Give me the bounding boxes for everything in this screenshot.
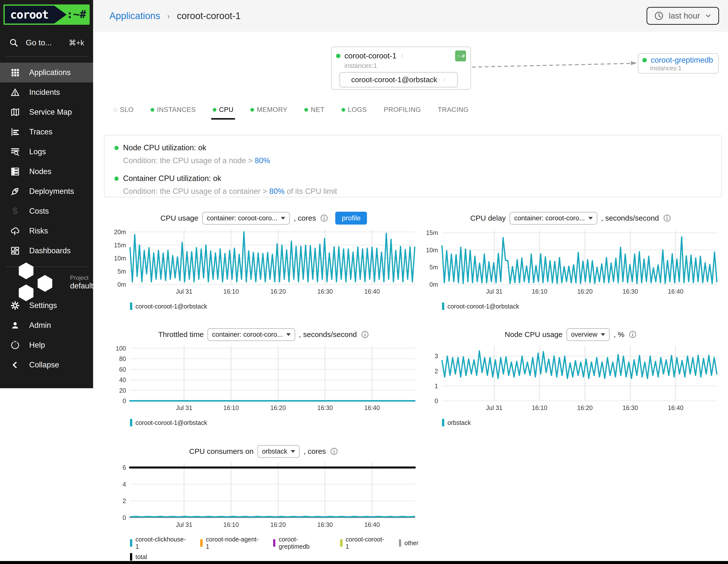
sidebar-item-risks[interactable]: Risks: [0, 221, 93, 241]
info-icon[interactable]: [628, 330, 637, 339]
sidebar-item-help[interactable]: ?Help: [0, 335, 93, 355]
svg-text:16:20: 16:20: [577, 288, 593, 295]
svg-text:3: 3: [435, 353, 438, 359]
sidebar-item-nodes[interactable]: Nodes: [0, 162, 93, 181]
legend-item[interactable]: coroot-greptimedb: [273, 536, 329, 550]
tab-memory[interactable]: MEMORY: [249, 102, 289, 120]
rocket-icon: [10, 187, 20, 196]
legend-item[interactable]: coroot-coroot-1@orbstack: [130, 419, 207, 426]
chart-unit: , cores: [294, 214, 316, 222]
svg-text:16:30: 16:30: [623, 288, 638, 295]
legend-swatch: [130, 553, 132, 561]
info-icon[interactable]: [663, 214, 671, 222]
legend-item[interactable]: coroot-coroot-1: [340, 536, 388, 550]
legend-item[interactable]: coroot-coroot-1@orbstack: [130, 303, 207, 310]
legend-swatch: [130, 303, 132, 310]
sidebar-item-service-map[interactable]: Service Map: [0, 102, 93, 122]
threshold-link[interactable]: 80%: [269, 187, 285, 196]
goto-shortcut: ⌘+k: [69, 38, 84, 47]
svg-text:16:20: 16:20: [270, 288, 286, 295]
cpu-delay-plot: 0m5m10m15mJul 3116:1016:2016:3016:40: [421, 226, 721, 296]
time-range-picker[interactable]: last hour: [647, 7, 719, 25]
svg-text:Jul 31: Jul 31: [486, 404, 503, 411]
svg-text:16:40: 16:40: [668, 404, 683, 411]
coroot-badge: :~#: [455, 51, 466, 61]
project-switcher[interactable]: Project default: [0, 270, 93, 294]
svg-text:5m: 5m: [117, 268, 126, 275]
svg-text:40: 40: [119, 376, 126, 383]
tab-label: MEMORY: [257, 106, 287, 114]
tab-profiling[interactable]: PROFILING: [382, 102, 422, 120]
sidebar-item-costs[interactable]: $Costs: [0, 201, 93, 221]
goto-label: Go to...: [26, 38, 52, 47]
chart-title: Node CPU usage: [505, 330, 562, 339]
legend-label: coroot-coroot-1@orbstack: [135, 419, 207, 426]
container-select[interactable]: container: coroot-coro...: [202, 212, 290, 225]
sidebar-item-logs[interactable]: Logs: [0, 142, 93, 162]
sidebar-item-collapse[interactable]: Collapse: [0, 355, 93, 375]
tab-slo[interactable]: SLO: [112, 102, 135, 120]
tab-net[interactable]: NET: [303, 102, 326, 120]
caret-icon: [588, 217, 593, 220]
info-icon[interactable]: [320, 214, 328, 222]
svg-text:15m: 15m: [114, 242, 126, 249]
bottom-bar: [0, 561, 728, 564]
svg-text:16:40: 16:40: [364, 521, 380, 528]
svg-text:16:10: 16:10: [223, 521, 239, 528]
tab-logs[interactable]: LOGS: [340, 102, 368, 120]
threshold-link[interactable]: 80%: [255, 156, 270, 165]
clock-icon: [654, 11, 664, 21]
legend-item[interactable]: coroot-clickhouse-1: [130, 536, 189, 550]
chevron-left-icon: [10, 360, 20, 370]
sidebar-item-traces[interactable]: Traces: [0, 122, 93, 142]
profile-button[interactable]: profile: [335, 212, 367, 225]
legend-label: coroot-node-agent-1: [206, 536, 262, 550]
node-select[interactable]: orbstack: [258, 445, 300, 458]
sidebar-item-label: Traces: [29, 128, 52, 136]
tab-tracing[interactable]: TRACING: [436, 102, 470, 120]
kebab-menu-icon[interactable]: [400, 51, 404, 60]
sidebar-item-admin[interactable]: Admin: [0, 315, 93, 335]
instance-pill[interactable]: coroot-coroot-1@orbstack: [339, 72, 458, 87]
legend-item[interactable]: coroot-coroot-1@orbstack: [442, 303, 519, 310]
legend-item[interactable]: other: [399, 536, 418, 550]
sidebar-item-deployments[interactable]: Deployments: [0, 181, 93, 201]
chart-throttled-time: Throttled time container: coroot-coro...…: [109, 326, 418, 426]
sidebar-item-label: Costs: [29, 207, 49, 216]
dependency-edge: [471, 58, 638, 71]
container-select[interactable]: container: coroot-coro...: [510, 212, 597, 225]
help-icon: ?: [10, 340, 20, 350]
chart-cpu-consumers: CPU consumers on orbstack , cores 0246Ju…: [109, 443, 418, 561]
goto-search[interactable]: Go to... ⌘+k: [9, 35, 84, 51]
overview-select[interactable]: overview: [567, 328, 610, 341]
sidebar-item-label: Nodes: [29, 167, 52, 176]
search-icon: [9, 38, 18, 47]
legend-swatch: [130, 539, 132, 547]
breadcrumb-applications[interactable]: Applications: [109, 11, 160, 21]
legend-item[interactable]: orbstack: [442, 419, 471, 426]
svg-text:16:40: 16:40: [364, 288, 380, 295]
tab-cpu[interactable]: CPU: [211, 102, 235, 120]
instances-label: instances:1: [344, 62, 466, 70]
dashboards-icon: [10, 246, 20, 256]
info-icon[interactable]: [361, 330, 369, 339]
upstream-name[interactable]: coroot-greptimedb: [651, 56, 713, 65]
svg-text:10m: 10m: [426, 247, 438, 254]
check-status-dot: [114, 146, 119, 150]
legend-item[interactable]: coroot-node-agent-1: [200, 536, 262, 550]
coroot-logo[interactable]: coroot :~#: [3, 4, 90, 25]
upstream-instances-label: instances:1: [650, 65, 714, 72]
container-select[interactable]: container: coroot-coro...: [208, 328, 295, 341]
chart-unit: , seconds/second: [601, 214, 659, 222]
sidebar-item-incidents[interactable]: Incidents: [0, 82, 93, 102]
svg-text:16:40: 16:40: [364, 404, 380, 411]
sidebar: coroot :~# Go to... ⌘+k ApplicationsInci…: [0, 0, 93, 388]
person-icon: [10, 321, 20, 330]
sidebar-item-applications[interactable]: Applications: [0, 63, 93, 82]
sidebar-item-label: Help: [29, 341, 45, 350]
tab-instances[interactable]: INSTANCES: [149, 102, 197, 120]
legend-item[interactable]: total: [130, 553, 147, 561]
info-icon[interactable]: [330, 447, 338, 456]
kebab-menu-icon[interactable]: [443, 75, 446, 84]
svg-text:16:30: 16:30: [317, 288, 333, 295]
